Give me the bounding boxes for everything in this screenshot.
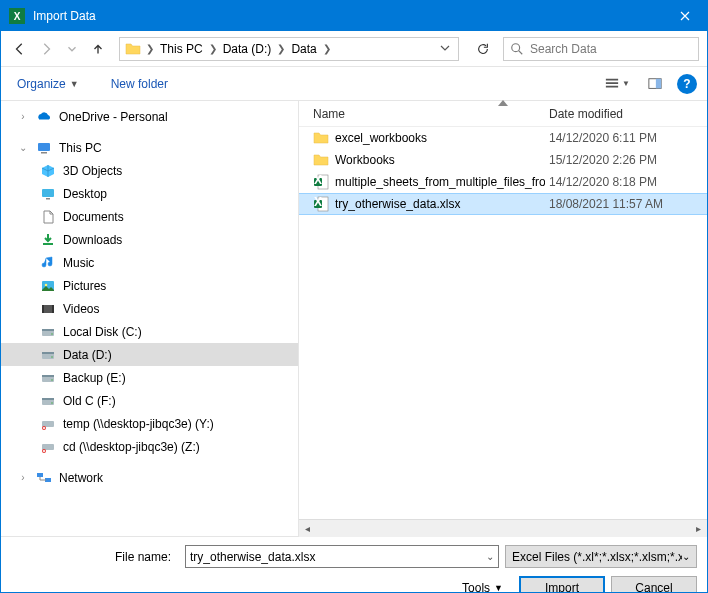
disk-icon	[39, 369, 57, 387]
forward-button[interactable]	[35, 38, 57, 60]
chevron-down-icon: ▼	[494, 583, 503, 593]
tree-item-onedrive[interactable]: › OneDrive - Personal	[1, 105, 298, 128]
file-row[interactable]: Xmultiple_sheets_from_multiple_files_fro…	[299, 171, 707, 193]
change-view-button[interactable]: ▼	[601, 73, 633, 95]
tree-item[interactable]: 3D Objects	[1, 159, 298, 182]
tree-item[interactable]: Downloads	[1, 228, 298, 251]
svg-rect-7	[41, 152, 47, 154]
chevron-right-icon[interactable]: ❯	[207, 43, 219, 54]
svg-rect-32	[37, 473, 43, 477]
downloads-icon	[39, 231, 57, 249]
column-headers[interactable]: Name Date modified	[299, 101, 707, 127]
tree-item[interactable]: cd (\\desktop-jibqc3e) (Z:)	[1, 435, 298, 458]
svg-rect-8	[42, 189, 54, 197]
navigation-bar: ❯ This PC ❯ Data (D:) ❯ Data ❯ Search Da…	[1, 31, 707, 67]
file-name: excel_workbooks	[335, 131, 427, 145]
tree-item-network[interactable]: › Network	[1, 466, 298, 489]
recent-locations-button[interactable]	[61, 38, 83, 60]
excel-file-icon: X	[313, 174, 329, 190]
tree-label: Downloads	[63, 233, 122, 247]
file-type-filter[interactable]: Excel Files (*.xl*;*.xlsx;*.xlsm;*.x ⌄	[505, 545, 697, 568]
back-button[interactable]	[9, 38, 31, 60]
preview-pane-icon	[647, 77, 663, 91]
chevron-down-icon: ▼	[70, 79, 79, 89]
import-button[interactable]: Import	[519, 576, 605, 593]
cancel-label: Cancel	[635, 581, 672, 594]
preview-pane-button[interactable]	[639, 73, 671, 95]
tree-item[interactable]: Documents	[1, 205, 298, 228]
tree-item[interactable]: Pictures	[1, 274, 298, 297]
chevron-down-icon: ▼	[622, 79, 630, 88]
tree-item[interactable]: Data (D:)	[1, 343, 298, 366]
svg-point-27	[51, 402, 53, 404]
folder-icon	[124, 40, 142, 58]
collapse-icon[interactable]: ⌄	[17, 142, 29, 153]
file-date: 14/12/2020 8:18 PM	[545, 175, 707, 189]
tree-item[interactable]: Backup (E:)	[1, 366, 298, 389]
tree-item[interactable]: Desktop	[1, 182, 298, 205]
expand-icon[interactable]: ›	[17, 111, 29, 122]
breadcrumb-item[interactable]: Data (D:)	[219, 38, 276, 60]
scroll-track[interactable]	[316, 520, 690, 537]
filename-input[interactable]: try_otherwise_data.xlsx ⌄	[185, 545, 499, 568]
svg-rect-5	[656, 78, 661, 88]
tree-label: OneDrive - Personal	[59, 110, 168, 124]
file-list[interactable]: excel_workbooks14/12/2020 6:11 PMWorkboo…	[299, 127, 707, 519]
chevron-right-icon[interactable]: ❯	[321, 43, 333, 54]
organize-button[interactable]: Organize ▼	[11, 73, 85, 95]
search-input[interactable]: Search Data	[503, 37, 699, 61]
help-button[interactable]: ?	[677, 74, 697, 94]
tree-item-thispc[interactable]: ⌄ This PC	[1, 136, 298, 159]
file-name: multiple_sheets_from_multiple_files_fro.…	[335, 175, 545, 189]
up-button[interactable]	[87, 38, 109, 60]
tools-button[interactable]: Tools ▼	[462, 581, 503, 594]
body-area: › OneDrive - Personal ⌄ This PC 3D Objec…	[1, 101, 707, 536]
sort-indicator-icon	[498, 100, 508, 106]
tree-item[interactable]: Old C (F:)	[1, 389, 298, 412]
chevron-right-icon[interactable]: ❯	[275, 43, 287, 54]
cancel-button[interactable]: Cancel	[611, 576, 697, 593]
tree-item[interactable]: Local Disk (C:)	[1, 320, 298, 343]
svg-rect-9	[46, 198, 50, 200]
file-row[interactable]: excel_workbooks14/12/2020 6:11 PM	[299, 127, 707, 149]
onedrive-icon	[35, 108, 53, 126]
svg-text:X: X	[314, 174, 322, 187]
tree-item[interactable]: Music	[1, 251, 298, 274]
excel-file-icon: X	[313, 196, 329, 212]
tree-item[interactable]: temp (\\desktop-jibqc3e) (Y:)	[1, 412, 298, 435]
filename-value: try_otherwise_data.xlsx	[190, 550, 315, 564]
tree-item[interactable]: Videos	[1, 297, 298, 320]
tree-label: Backup (E:)	[63, 371, 126, 385]
expand-icon[interactable]: ›	[17, 472, 29, 483]
svg-rect-23	[42, 375, 54, 377]
folder-icon	[313, 152, 329, 168]
column-header-date[interactable]: Date modified	[545, 107, 707, 121]
search-placeholder: Search Data	[530, 42, 597, 56]
chevron-down-icon[interactable]: ⌄	[486, 551, 494, 562]
scroll-left-button[interactable]: ◂	[299, 520, 316, 537]
column-header-name[interactable]: Name	[299, 107, 545, 121]
tree-label: Videos	[63, 302, 99, 316]
refresh-button[interactable]	[471, 37, 495, 61]
address-bar[interactable]: ❯ This PC ❯ Data (D:) ❯ Data ❯	[119, 37, 459, 61]
chevron-right-icon[interactable]: ❯	[144, 43, 156, 54]
disk-icon	[39, 323, 57, 341]
breadcrumb-item[interactable]: Data	[287, 38, 320, 60]
file-row[interactable]: Workbooks15/12/2020 2:26 PM	[299, 149, 707, 171]
navigation-pane[interactable]: › OneDrive - Personal ⌄ This PC 3D Objec…	[1, 101, 299, 536]
new-folder-button[interactable]: New folder	[105, 73, 174, 95]
close-button[interactable]	[662, 1, 707, 31]
tree-label: Data (D:)	[63, 348, 112, 362]
address-dropdown-button[interactable]	[434, 42, 456, 56]
file-row[interactable]: Xtry_otherwise_data.xlsx18/08/2021 11:57…	[299, 193, 707, 215]
breadcrumb-item[interactable]: This PC	[156, 38, 207, 60]
folder-icon	[313, 130, 329, 146]
view-icon	[604, 77, 620, 91]
search-icon	[510, 42, 524, 56]
file-date: 18/08/2021 11:57 AM	[545, 197, 707, 211]
tree-label: Network	[59, 471, 103, 485]
filename-label: File name:	[11, 550, 179, 564]
scroll-right-button[interactable]: ▸	[690, 520, 707, 537]
file-name: Workbooks	[335, 153, 395, 167]
horizontal-scrollbar[interactable]: ◂ ▸	[299, 519, 707, 536]
